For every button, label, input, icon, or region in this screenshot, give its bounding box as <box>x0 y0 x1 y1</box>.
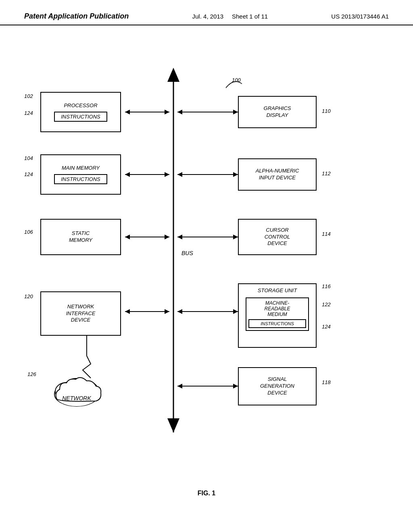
static-memory-box: STATICMEMORY <box>40 219 121 255</box>
bus-storage-arrow-right <box>233 309 238 314</box>
ref-124c: 124 <box>322 324 331 330</box>
bus-text: BUS <box>181 250 193 256</box>
instructions-nested-box: INSTRUCTIONS <box>248 319 307 328</box>
ref-118: 118 <box>322 379 331 385</box>
ref-106: 106 <box>24 229 33 235</box>
mainmem-bus-arrow-right <box>165 172 169 177</box>
storage-unit-label: STORAGE UNIT <box>258 287 297 294</box>
signal-generation-box: SIGNALGENERATIONDEVICE <box>238 367 317 405</box>
patent-number: US 2013/0173446 A1 <box>331 13 389 20</box>
processor-instructions: INSTRUCTIONS <box>54 112 107 122</box>
ref-120: 120 <box>24 293 33 299</box>
ref-110: 110 <box>322 108 331 114</box>
cursor-control-label: CURSORCONTROLDEVICE <box>265 227 290 247</box>
sheet: Sheet 1 of 11 <box>232 13 268 20</box>
machine-readable-box: MACHINE-READABLEMEDIUM INSTRUCTIONS <box>246 297 309 331</box>
network-cloud: NETWORK <box>44 364 109 414</box>
staticmem-bus-arrow-left <box>125 235 130 239</box>
bus-signal-arrow-right <box>233 384 238 389</box>
storage-unit-box: STORAGE UNIT MACHINE-READABLEMEDIUM INST… <box>238 283 317 348</box>
graphics-display-box: GRAPHICSDISPLAY <box>238 96 317 128</box>
ref-114: 114 <box>322 231 331 237</box>
bus-alpha-arrow-left <box>177 172 182 177</box>
down-arrow-head <box>167 418 179 432</box>
ref-100: 100 <box>232 77 241 83</box>
ref-124b: 124 <box>24 171 33 177</box>
network-interface-box: NETWORKINTERFACEDEVICE <box>40 291 121 336</box>
date-sheet: Jul. 4, 2013 Sheet 1 of 11 <box>192 13 268 20</box>
mainmem-bus-arrow-left <box>125 172 130 177</box>
processor-box: PROCESSOR INSTRUCTIONS <box>40 92 121 132</box>
main-memory-label: MAIN MEMORY <box>62 165 100 172</box>
publication-type: Patent Application Publication <box>24 12 129 21</box>
bus-storage-arrow-left <box>177 309 182 314</box>
ref-124a: 124 <box>24 110 33 116</box>
netif-bus-arrow-left <box>125 309 130 314</box>
cloud-svg: NETWORK <box>44 364 109 412</box>
bus-cursor-arrow-right <box>233 235 238 239</box>
staticmem-bus-arrow-right <box>165 235 169 239</box>
main-memory-instructions: INSTRUCTIONS <box>54 174 107 184</box>
main-memory-box: MAIN MEMORY INSTRUCTIONS <box>40 154 121 195</box>
figure-label: FIG. 1 <box>0 490 413 497</box>
alpha-numeric-box: ALPHA-NUMERICINPUT DEVICE <box>238 158 317 191</box>
ref-122: 122 <box>322 301 331 308</box>
netif-bus-arrow-right <box>165 309 169 314</box>
bus-graphics-arrow-left <box>177 110 182 114</box>
date: Jul. 4, 2013 <box>192 13 224 20</box>
bus-alpha-arrow-right <box>233 172 238 177</box>
graphics-display-label: GRAPHICSDISPLAY <box>264 105 291 119</box>
network-interface-label: NETWORKINTERFACEDEVICE <box>66 303 96 324</box>
processor-bus-arrow-left <box>125 110 130 114</box>
cursor-control-box: CURSORCONTROLDEVICE <box>238 219 317 255</box>
page-header: Patent Application Publication Jul. 4, 2… <box>0 0 413 25</box>
ref-102: 102 <box>24 93 33 99</box>
up-arrow-head <box>167 68 179 82</box>
ref-116: 116 <box>322 283 331 289</box>
bus-cursor-arrow-left <box>177 235 182 239</box>
alpha-numeric-label: ALPHA-NUMERICINPUT DEVICE <box>256 168 299 181</box>
network-label: NETWORK <box>62 395 91 401</box>
processor-bus-arrow-right <box>165 110 169 114</box>
patent-diagram: BUS <box>0 25 413 509</box>
ref-126: 126 <box>27 371 36 377</box>
ref-104: 104 <box>24 155 33 161</box>
signal-generation-label: SIGNALGENERATIONDEVICE <box>260 376 294 397</box>
bus-graphics-arrow-right <box>233 110 238 114</box>
static-memory-label: STATICMEMORY <box>69 230 92 244</box>
processor-label: PROCESSOR <box>64 102 97 109</box>
bus-signal-arrow-left <box>177 384 182 389</box>
ref-112: 112 <box>322 170 331 177</box>
